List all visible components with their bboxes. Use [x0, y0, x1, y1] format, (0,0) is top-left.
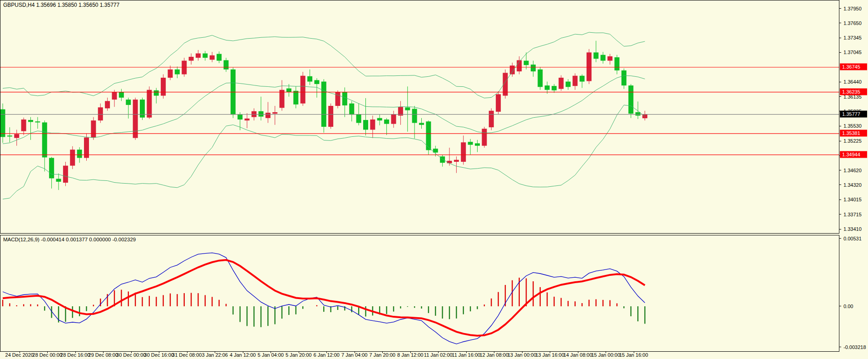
candle	[426, 120, 431, 155]
price-tick-mark	[839, 184, 841, 185]
macd-signal-line	[3, 260, 645, 336]
price-tick-mark	[839, 8, 841, 9]
level-price-badge[interactable]: 1.35381	[840, 130, 867, 136]
level-price-badge[interactable]: 1.36235	[840, 88, 867, 95]
time-tick-label: 4 Jan 12:00	[230, 352, 256, 358]
candle	[0, 104, 5, 143]
candle	[161, 75, 166, 99]
price-tick-mark	[839, 170, 841, 170]
time-tick-mark	[355, 352, 355, 353]
time-tick-label: 11 Jan 02:00	[424, 352, 453, 358]
candle	[391, 111, 396, 128]
time-tick-label: 30 Dec 00:00	[116, 352, 146, 358]
time-tick-mark	[299, 352, 299, 353]
candle	[628, 84, 633, 118]
candle	[237, 112, 242, 130]
time-tick-mark	[271, 352, 271, 353]
macd-indicator-label: MACD(12,26,9) -0.000414 0.001377 0.00000…	[3, 237, 136, 242]
candle	[601, 52, 606, 64]
candle	[349, 101, 354, 121]
candle	[496, 91, 501, 114]
price-tick-label: 1.34320	[843, 182, 862, 188]
candle	[112, 90, 117, 107]
time-tick-label: 24 Dec 2020	[5, 352, 34, 358]
price-tick-label: 1.35225	[843, 138, 862, 144]
time-tick-label: 5 Jan 04:00	[258, 352, 284, 358]
price-tick-mark	[839, 111, 841, 111]
candlestick-chart[interactable]	[0, 0, 839, 233]
time-tick-mark	[159, 352, 159, 353]
time-tick-label: 15 Jan 00:00	[591, 352, 620, 358]
candle	[538, 67, 542, 90]
candle	[328, 104, 333, 129]
candle	[321, 79, 326, 133]
candle	[559, 75, 564, 91]
candle	[454, 156, 459, 173]
price-tick-label: 1.33715	[843, 212, 862, 217]
candle	[580, 75, 585, 88]
time-tick-mark	[326, 352, 327, 353]
macd-chart[interactable]	[0, 235, 839, 351]
candle	[28, 117, 33, 140]
time-tick-label: 28 Dec 16:00	[60, 352, 90, 358]
price-tick-label: 1.37345	[843, 35, 862, 40]
candle	[307, 70, 312, 85]
time-tick-mark	[131, 352, 132, 353]
level-price-badge[interactable]: 1.36745	[840, 64, 867, 70]
price-tick-label: 1.33410	[843, 226, 862, 232]
time-tick-mark	[494, 352, 494, 353]
level-price-badge[interactable]: 1.34944	[840, 151, 867, 158]
candle	[398, 101, 403, 125]
time-tick-label: 31 Dec 08:00	[172, 352, 202, 358]
time-tick-mark	[578, 352, 578, 353]
candle	[119, 89, 124, 101]
candle	[363, 98, 368, 135]
macd-tick-mark	[839, 306, 841, 306]
price-tick-label: 1.34015	[843, 197, 862, 202]
candle	[447, 148, 452, 166]
time-tick-mark	[47, 352, 48, 353]
macd-tick-mark	[839, 238, 841, 239]
price-tick-mark	[839, 38, 841, 38]
candle	[566, 79, 571, 90]
candle	[524, 52, 529, 69]
candle	[175, 66, 180, 78]
candle	[70, 146, 75, 169]
time-tick-mark	[382, 352, 383, 353]
candle	[475, 140, 480, 152]
candle	[272, 106, 277, 125]
price-tick-mark	[839, 52, 841, 53]
chart-title: GBPUSD,H4 1.35696 1.35850 1.35650 1.3577…	[3, 2, 119, 8]
candle	[21, 118, 26, 135]
time-tick-label: 11 Jan 16:00	[452, 352, 480, 358]
price-chart-pane[interactable]	[0, 0, 839, 234]
candle	[572, 73, 577, 90]
candle	[293, 86, 298, 108]
candle	[168, 65, 173, 80]
candle	[210, 52, 215, 62]
macd-indicator-pane[interactable]	[0, 235, 839, 352]
time-tick-mark	[410, 352, 411, 353]
candle	[154, 88, 159, 103]
price-tick-mark	[839, 96, 841, 97]
price-tick-mark	[839, 214, 841, 214]
candle	[91, 117, 96, 140]
macd-tick-label: 0.00	[843, 304, 853, 309]
candle	[440, 155, 445, 167]
time-tick-mark	[466, 352, 467, 353]
time-tick-mark	[215, 352, 215, 353]
time-tick-label: 29 Dec 08:00	[89, 352, 118, 358]
price-tick-label: 1.34620	[843, 168, 862, 173]
time-tick-label: 13 Jan 16:00	[535, 352, 564, 358]
candle	[266, 102, 271, 123]
price-tick-label: 1.36440	[843, 79, 862, 85]
time-tick-label: 8 Jan 12:00	[397, 352, 424, 358]
candle	[642, 111, 647, 120]
candle	[370, 115, 375, 138]
price-tick-label: 1.37650	[843, 20, 862, 26]
price-tick-mark	[839, 82, 841, 82]
time-tick-mark	[634, 352, 634, 353]
time-tick-mark	[438, 352, 439, 353]
candle	[405, 86, 410, 131]
time-tick-mark	[103, 352, 104, 353]
